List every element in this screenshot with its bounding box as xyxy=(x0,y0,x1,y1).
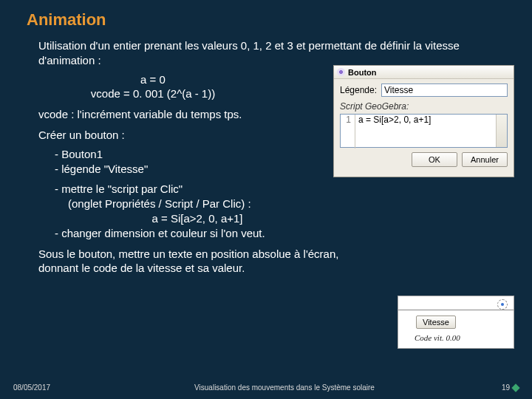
equation-a: a = 0 xyxy=(38,72,267,87)
dialog-title: Bouton xyxy=(348,68,376,77)
bullet-script: - mettre le "script par Clic" xyxy=(38,182,505,197)
ok-button[interactable]: OK xyxy=(412,152,457,167)
bullet-script-detail: (onglet Propriétés / Script / Par Clic) … xyxy=(38,197,505,211)
legende-label: Légende: xyxy=(340,85,377,95)
dialog-titlebar: Bouton xyxy=(334,66,514,79)
footer-date: 08/05/2017 xyxy=(13,383,80,392)
bullet-changer: - changer dimension et couleur si l'on v… xyxy=(38,226,334,241)
footer-marker-icon xyxy=(511,383,519,392)
geogebra-icon xyxy=(337,68,345,76)
equation-si: a = Si[a>2, 0, a+1] xyxy=(38,211,356,226)
slide-footer: 08/05/2017 Visualisation des mouvements … xyxy=(0,383,532,392)
footer-page: 19 xyxy=(502,383,510,392)
point-dot xyxy=(501,303,504,306)
script-label: Script GeoGebra: xyxy=(334,100,514,114)
script-line-content: a = Si[a>2, 0, a+1] xyxy=(355,115,431,125)
para-text-below: Sous le bouton, mettre un texte en posit… xyxy=(38,247,364,276)
cancel-button[interactable]: Annuler xyxy=(462,152,508,167)
axis-line xyxy=(398,310,514,310)
equation-vcode: vcode = 0. 001 (2^(a - 1)) xyxy=(38,86,267,101)
para-intro: Utilisation d'un entier prenant les vale… xyxy=(38,38,482,68)
script-lineno: 1 xyxy=(341,115,355,149)
footer-title: Visualisation des mouvements dans le Sys… xyxy=(80,383,489,392)
geogebra-dialog: Bouton Légende: Script GeoGebra: 1 a = S… xyxy=(333,65,514,177)
legende-input[interactable] xyxy=(381,83,508,97)
vitesse-button[interactable]: Vitesse xyxy=(416,316,456,329)
vitesse-code-text: Code vit. 0.00 xyxy=(415,333,460,342)
vitesse-preview: Vitesse Code vit. 0.00 xyxy=(398,296,514,349)
slide-title: Animation xyxy=(27,10,505,30)
script-textarea[interactable]: 1 a = Si[a>2, 0, a+1] xyxy=(340,114,508,148)
